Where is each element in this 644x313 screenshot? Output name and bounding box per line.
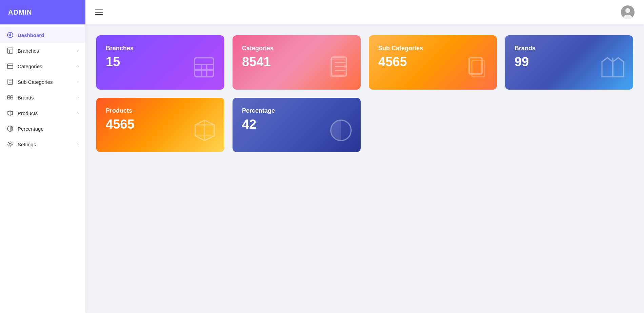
card-subcategories[interactable]: Sub Categories 4565	[369, 35, 497, 90]
sidebar-item-products[interactable]: Products ›	[0, 105, 85, 121]
sidebar-item-categories-label: Categories	[18, 63, 42, 69]
sidebar-item-branches[interactable]: Branches ›	[0, 43, 85, 58]
sidebar-item-brands-label: Brands	[18, 95, 34, 100]
sidebar-item-percentage-label: Percentage	[18, 126, 44, 132]
sidebar-item-dashboard-label: Dashboard	[18, 32, 44, 38]
card-subcategories-icon	[464, 55, 489, 83]
svg-point-1	[9, 34, 11, 36]
card-subcategories-title: Sub Categories	[378, 45, 487, 52]
subcategories-icon	[7, 78, 14, 85]
sidebar-item-products-label: Products	[18, 110, 38, 116]
card-categories-icon	[328, 55, 353, 83]
hamburger-menu[interactable]	[95, 10, 103, 15]
products-chevron-icon: ›	[77, 111, 79, 115]
card-products[interactable]: Products 4565	[96, 98, 224, 152]
card-categories-title: Categories	[242, 45, 351, 52]
hamburger-line-2	[95, 12, 103, 13]
main-content: Branches 15 Categories 8541	[85, 0, 644, 313]
subcategories-chevron-icon: ›	[77, 79, 79, 84]
card-products-title: Products	[106, 107, 215, 114]
branches-chevron-icon: ›	[77, 48, 79, 53]
cards-row-2: Products 4565 Percentage 42	[96, 98, 633, 152]
hamburger-line-1	[95, 10, 103, 10]
products-icon	[7, 110, 14, 116]
sidebar-header: ADMIN	[0, 0, 85, 24]
sidebar-item-settings-label: Settings	[18, 142, 36, 147]
sidebar-item-branches-label: Branches	[18, 48, 39, 54]
svg-rect-6	[7, 64, 13, 69]
svg-rect-8	[8, 79, 13, 85]
branches-icon	[7, 47, 14, 54]
sidebar-nav: Dashboard Branches › Categories ›	[0, 24, 85, 313]
sidebar-item-brands[interactable]: Brands ›	[0, 90, 85, 105]
card-percentage[interactable]: Percentage 42	[233, 98, 361, 152]
svg-point-18	[9, 143, 11, 145]
brands-chevron-icon: ›	[77, 95, 79, 100]
user-avatar[interactable]	[621, 5, 635, 19]
settings-icon	[7, 141, 14, 148]
sidebar-item-dashboard[interactable]: Dashboard	[0, 27, 85, 43]
hamburger-line-3	[95, 14, 103, 15]
svg-rect-31	[330, 59, 345, 77]
card-branches-icon	[192, 55, 216, 83]
svg-point-20	[625, 8, 630, 13]
settings-chevron-icon: ›	[77, 142, 79, 147]
admin-title: ADMIN	[8, 8, 32, 16]
empty-cell-1	[369, 98, 497, 152]
categories-icon	[7, 63, 14, 70]
sidebar-item-categories[interactable]: Categories ›	[0, 58, 85, 74]
card-branches[interactable]: Branches 15	[96, 35, 224, 90]
dashboard-icon	[7, 32, 14, 38]
dashboard: Branches 15 Categories 8541	[85, 24, 644, 313]
card-brands-title: Brands	[515, 45, 624, 52]
topbar	[85, 0, 644, 24]
svg-rect-3	[7, 48, 13, 53]
card-brands-icon	[601, 55, 625, 83]
sidebar-item-settings[interactable]: Settings ›	[0, 136, 85, 152]
sidebar-item-percentage[interactable]: Percentage	[0, 121, 85, 136]
empty-cell-2	[505, 98, 633, 152]
card-branches-title: Branches	[106, 45, 215, 52]
card-categories[interactable]: Categories 8541	[233, 35, 361, 90]
cards-row-1: Branches 15 Categories 8541	[96, 35, 633, 90]
card-brands[interactable]: Brands 99	[505, 35, 633, 90]
sidebar: ADMIN Dashboard Branches ›	[0, 0, 85, 313]
avatar-icon	[621, 5, 635, 19]
categories-chevron-icon: ›	[77, 64, 79, 69]
card-percentage-title: Percentage	[242, 107, 351, 114]
brands-icon	[7, 94, 14, 101]
percentage-icon	[7, 125, 14, 132]
card-products-icon	[193, 119, 216, 145]
svg-rect-22	[195, 58, 214, 77]
sidebar-item-subcategories[interactable]: Sub Categories ›	[0, 74, 85, 90]
sidebar-item-subcategories-label: Sub Categories	[18, 79, 53, 85]
card-percentage-icon	[329, 119, 353, 145]
